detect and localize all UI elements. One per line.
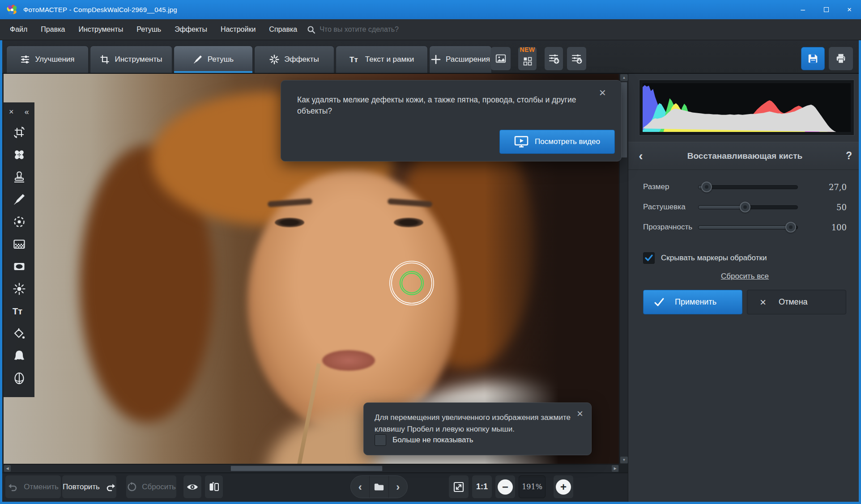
panel-header: ‹ Восстанавливающая кисть ?	[628, 142, 861, 170]
tab-text-frames[interactable]: Tт Текст и рамки	[336, 46, 428, 73]
video-icon	[514, 136, 529, 148]
scroll-right-icon[interactable]: ▶	[612, 465, 618, 472]
undo-button[interactable]: Отменить	[5, 475, 61, 498]
preset-download-button[interactable]	[567, 47, 586, 70]
svg-text:Tт: Tт	[350, 55, 358, 64]
hide-markers-label: Скрывать маркеры обработки	[661, 254, 767, 263]
reset-all-link[interactable]: Сбросить все	[628, 272, 861, 281]
tool-text[interactable]: Tт	[4, 300, 34, 322]
tool-graduated-filter[interactable]	[4, 233, 34, 255]
feather-slider-row: Растушевка 50	[643, 200, 847, 214]
palette-close-button[interactable]: ×	[9, 107, 14, 117]
apply-check-icon	[644, 296, 675, 308]
histogram-panel	[639, 80, 854, 136]
cancel-button[interactable]: × Отмена	[747, 290, 846, 314]
menu-settings[interactable]: Настройки	[221, 25, 256, 34]
pan-hint-notification: Для перемещения увеличенного изображения…	[363, 402, 592, 455]
tool-brush[interactable]	[4, 188, 34, 211]
open-folder-button[interactable]	[369, 476, 388, 498]
close-button[interactable]: ×	[838, 0, 861, 19]
scroll-up-icon[interactable]: ▲	[620, 74, 628, 81]
palette-collapse-button[interactable]: «	[25, 107, 29, 117]
cancel-x-icon: ×	[747, 296, 779, 309]
size-slider-handle[interactable]	[701, 182, 712, 192]
tool-face-sculpt[interactable]	[4, 367, 34, 390]
preset-add-button[interactable]	[545, 47, 563, 70]
vertical-scroll-thumb[interactable]	[621, 82, 627, 158]
menu-help[interactable]: Справка	[269, 25, 297, 34]
feather-slider[interactable]	[698, 205, 798, 209]
zoom-in-button[interactable]: +	[554, 475, 573, 498]
fit-to-screen-button[interactable]	[449, 475, 469, 498]
feather-slider-handle[interactable]	[740, 202, 750, 212]
reset-icon	[127, 482, 136, 492]
tab-extensions[interactable]: Расширения	[429, 46, 492, 73]
menu-tools[interactable]: Инструменты	[78, 25, 123, 34]
next-photo-button[interactable]: ›	[388, 476, 407, 498]
menu-retouch[interactable]: Ретушь	[136, 25, 161, 34]
size-slider-row: Размер 27,0	[643, 180, 847, 194]
tool-radial-filter[interactable]	[4, 211, 34, 233]
hide-markers-row: Скрывать маркеры обработки	[643, 252, 767, 264]
healing-brush-marker[interactable]	[386, 258, 437, 309]
window-edge-left	[0, 40, 2, 502]
pan-hint-text: Для перемещения увеличенного изображения…	[375, 412, 571, 435]
hide-markers-checkbox[interactable]	[643, 252, 655, 264]
search-icon	[307, 25, 315, 34]
opacity-slider-handle[interactable]	[785, 222, 796, 233]
tab-tools[interactable]: Инструменты	[90, 46, 172, 73]
sliders-icon	[20, 55, 30, 64]
tool-healing-patch[interactable]	[4, 144, 34, 166]
preview-original-button[interactable]	[183, 475, 201, 498]
actual-size-button[interactable]: 1:1	[472, 475, 492, 498]
menu-file[interactable]: Файл	[10, 25, 27, 34]
pan-hint-close-icon[interactable]: ×	[577, 408, 583, 419]
clone-stamp-icon	[13, 170, 26, 184]
apply-button[interactable]: Применить	[643, 290, 742, 314]
tool-vignette[interactable]	[4, 255, 34, 278]
image-gallery-button[interactable]	[491, 47, 511, 70]
minus-icon: −	[498, 479, 513, 495]
horizontal-scrollbar[interactable]: ◀ ▶	[4, 464, 619, 472]
menu-effects[interactable]: Эффекты	[175, 25, 207, 34]
redo-button[interactable]: Повторить	[62, 475, 116, 498]
tab-improvements[interactable]: Улучшения	[6, 46, 89, 73]
tool-fill[interactable]	[4, 322, 34, 345]
feather-label: Растушевка	[643, 203, 698, 212]
compare-before-after-button[interactable]	[205, 475, 223, 498]
search-box[interactable]: Что вы хотите сделать?	[307, 25, 399, 34]
print-button[interactable]	[829, 47, 853, 70]
bottom-bar: Отменить Повторить Сбросить	[0, 473, 628, 502]
menu-edit[interactable]: Правка	[41, 25, 65, 34]
preset-download-icon	[571, 53, 583, 64]
tool-relight[interactable]	[4, 278, 34, 300]
previous-photo-button[interactable]: ‹	[351, 476, 369, 498]
collage-button[interactable]: NEW	[518, 47, 537, 70]
svg-text:Tт: Tт	[13, 306, 22, 316]
horizontal-scroll-thumb[interactable]	[230, 466, 383, 471]
save-button[interactable]	[801, 47, 825, 70]
scroll-left-icon[interactable]: ◀	[4, 465, 11, 472]
dont-show-again-checkbox[interactable]	[375, 434, 386, 446]
help-icon[interactable]: ?	[836, 150, 861, 162]
radial-filter-icon	[13, 215, 26, 229]
size-slider[interactable]	[698, 185, 798, 189]
relight-icon	[13, 282, 26, 296]
text-tool-icon: Tт	[12, 305, 26, 317]
reset-button[interactable]: Сбросить	[126, 475, 176, 498]
tool-clone-stamp[interactable]	[4, 166, 34, 188]
watch-video-button[interactable]: Посмотреть видео	[499, 130, 615, 154]
hint-close-icon[interactable]: ×	[599, 87, 606, 98]
crop-icon	[100, 55, 110, 64]
scroll-down-icon[interactable]: ▼	[620, 457, 628, 463]
plus-icon	[431, 55, 441, 64]
maximize-button[interactable]	[814, 0, 838, 19]
zoom-out-button[interactable]: −	[495, 475, 515, 498]
minimize-button[interactable]: –	[791, 0, 814, 19]
opacity-slider[interactable]	[698, 225, 798, 229]
tool-hair-color[interactable]	[4, 345, 34, 367]
tool-crop-rotate[interactable]	[4, 121, 34, 144]
tab-retouch[interactable]: Ретушь	[174, 46, 253, 73]
brush-icon	[13, 193, 26, 206]
tab-effects[interactable]: Эффекты	[254, 46, 334, 73]
